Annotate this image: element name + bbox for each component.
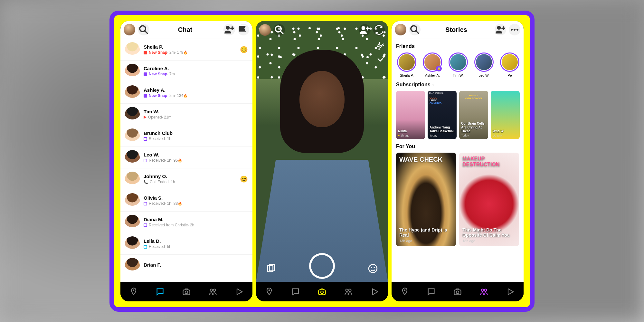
add-friend-button[interactable] [223, 24, 235, 35]
subscription-card[interactable]: Nikita● 2h ago [396, 91, 425, 139]
call-icon: 📞 [144, 180, 148, 184]
chat-status: Received from Christie · 2h [144, 223, 248, 227]
search-button[interactable] [138, 24, 149, 35]
foryou-card[interactable]: MAKEUP DESTRUCTIONThis Might Do The Oppo… [459, 153, 519, 246]
add-friend-button[interactable] [495, 24, 506, 35]
subscriptions-row[interactable]: Nikita● 2h agoSNAP ORIGINALGOODLUCKAMERI… [396, 91, 524, 139]
expand-tools-button[interactable] [376, 55, 385, 64]
nav-stories[interactable] [344, 287, 353, 296]
svg-rect-4 [183, 290, 190, 295]
phone-camera [256, 21, 388, 301]
subscription-card[interactable]: Best OfHIGH SCHOOLOur Brain Cells Are Cr… [459, 91, 488, 139]
memories-button[interactable] [266, 263, 277, 274]
chat-status: Opened · 21m [144, 115, 248, 119]
friend-story[interactable]: Tim W. [448, 52, 469, 77]
friend-name: Pe [507, 73, 512, 77]
camera-viewfinder[interactable] [256, 21, 388, 282]
nav-spotlight[interactable] [370, 287, 379, 296]
foryou-card[interactable]: WAVE CHECKThe Hype (and Drip) Is Real13h… [396, 153, 456, 246]
flash-button[interactable] [376, 42, 385, 51]
flip-camera-button[interactable] [373, 24, 385, 36]
chat-row[interactable]: Leo W.Received · 1h · 95 🔥 [120, 147, 252, 168]
friend-story[interactable]: Leo W. [473, 52, 495, 77]
chat-row[interactable]: Diana M.Received from Christie · 2h [120, 212, 252, 233]
nav-spotlight[interactable] [506, 287, 515, 296]
friend-avatar[interactable] [125, 42, 140, 57]
friend-avatar[interactable] [125, 215, 140, 230]
chat-status: New Snap · 7m [144, 72, 248, 76]
profile-avatar[interactable] [395, 24, 406, 35]
svg-point-25 [497, 26, 501, 30]
sub-overlay-text: GOODLUCKAMERICA [430, 97, 441, 104]
nav-spotlight[interactable] [235, 287, 244, 296]
stories-body[interactable]: Friends Sheila P.🔒Ashley A.Tim W.Leo W.P… [392, 39, 524, 282]
chat-row[interactable]: Olivia S.Received · 1h · 83 🔥 [120, 190, 252, 212]
chat-info: Ashley A.New Snap · 2m · 134 🔥 [144, 87, 248, 98]
sub-overlay-text: Best OfHIGH SCHOOL [460, 94, 487, 100]
status-label: Call Ended [150, 180, 169, 184]
friend-avatar[interactable] [125, 150, 140, 165]
chat-info: Johnny O.📞Call Ended · 1h [144, 174, 240, 184]
new-chat-button[interactable] [238, 24, 249, 35]
friend-avatar[interactable] [125, 64, 140, 79]
search-button[interactable] [409, 24, 421, 35]
chat-row[interactable]: Sheila P.New Snap · 2m · 178 🔥😊 [120, 39, 252, 61]
friend-name: Ashley A. [425, 73, 440, 77]
search-button[interactable] [273, 24, 285, 36]
phone-chat: Chat Sheila P.New Snap · 2m · 178 🔥😊Caro… [120, 21, 252, 301]
chat-row[interactable]: Ashley A.New Snap · 2m · 134 🔥 [120, 82, 252, 104]
nav-chat[interactable] [291, 287, 300, 296]
more-button[interactable] [509, 24, 520, 35]
friend-avatar[interactable] [125, 172, 140, 186]
friend-story[interactable]: Sheila P. [396, 52, 417, 77]
add-friend-button[interactable] [359, 24, 371, 36]
friend-story[interactable]: 🔒Ashley A. [422, 52, 443, 77]
shutter-button[interactable] [309, 253, 335, 279]
chat-row[interactable]: Johnny O.📞Call Ended · 1h😊 [120, 168, 252, 190]
story-thumbnail [399, 54, 415, 70]
card-title: The Hype (and Drip) Is Real [399, 227, 453, 238]
lens-button[interactable] [367, 263, 378, 274]
nav-map[interactable] [265, 287, 274, 296]
nav-map[interactable] [129, 287, 138, 296]
nav-chat[interactable] [156, 287, 165, 296]
chat-row[interactable]: Brian F. [120, 255, 252, 276]
friend-avatar[interactable] [125, 107, 140, 122]
friend-avatar[interactable] [125, 258, 140, 273]
chat-row[interactable]: Leila D.Received · 5h [120, 233, 252, 255]
nav-camera[interactable] [453, 287, 462, 296]
subscription-card[interactable]: SNAP ORIGINALGOODLUCKAMERICAAndrew Yang … [428, 91, 457, 139]
nav-map[interactable] [400, 287, 409, 296]
chat-info: Tim W.Opened · 21m [144, 109, 248, 119]
chat-row[interactable]: Tim W.Opened · 21m [120, 104, 252, 125]
sub-title: Who W [493, 129, 518, 133]
friend-name: Johnny O. [144, 174, 240, 179]
friend-name: Diana M. [144, 217, 248, 222]
story-ring [397, 52, 416, 72]
status-label: Opened [148, 115, 162, 119]
profile-avatar[interactable] [259, 24, 271, 36]
friends-row[interactable]: Sheila P.🔒Ashley A.Tim W.Leo W.Pe [396, 52, 524, 77]
status-label: New Snap [149, 50, 167, 55]
nav-stories[interactable] [208, 287, 217, 296]
nav-camera[interactable] [317, 287, 327, 296]
svg-point-10 [362, 26, 365, 30]
subscription-card[interactable]: Who WUp to N [491, 91, 520, 139]
foryou-row[interactable]: WAVE CHECKThe Hype (and Drip) Is Real13h… [396, 153, 524, 246]
friend-avatar[interactable] [125, 85, 140, 100]
nav-camera[interactable] [182, 287, 191, 296]
friend-avatar[interactable] [125, 128, 140, 143]
nav-stories[interactable] [479, 287, 488, 296]
subscriptions-header[interactable]: Subscriptions › [396, 82, 524, 88]
nav-bar [120, 282, 252, 301]
nav-chat[interactable] [427, 287, 436, 296]
friend-avatar[interactable] [125, 236, 140, 251]
friend-avatar[interactable] [125, 193, 140, 208]
profile-avatar[interactable] [124, 24, 135, 35]
chat-row[interactable]: Brunch ClubReceived · 1h [120, 125, 252, 147]
friend-story[interactable]: Pe [499, 52, 520, 77]
chat-list[interactable]: Sheila P.New Snap · 2m · 178 🔥😊Caroline … [120, 39, 252, 282]
status-label: New Snap [149, 93, 167, 98]
chat-row[interactable]: Caroline A.New Snap · 7m [120, 61, 252, 82]
chat-info: Brian F. [144, 262, 248, 268]
